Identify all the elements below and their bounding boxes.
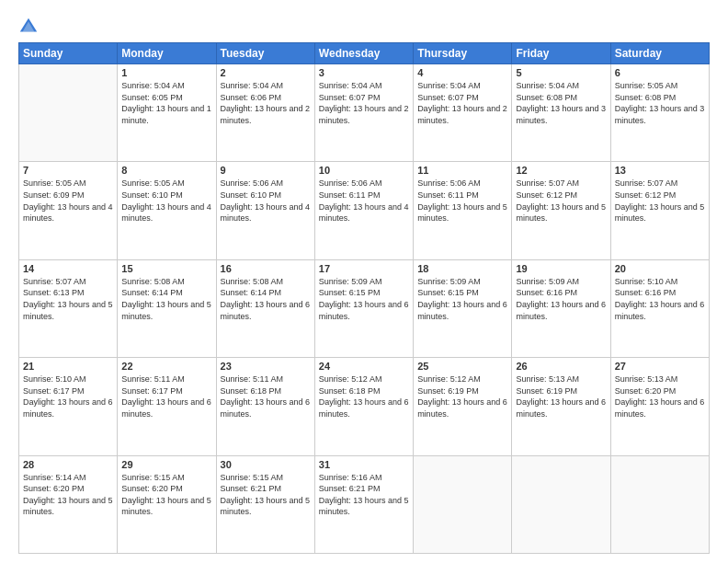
calendar-cell (512, 455, 610, 553)
day-number: 21 (23, 361, 113, 372)
sun-info: Sunrise: 5:07 AMSunset: 6:13 PMDaylight:… (23, 276, 113, 322)
calendar-cell: 23Sunrise: 5:11 AMSunset: 6:18 PMDayligh… (216, 358, 314, 455)
calendar-cell: 14Sunrise: 5:07 AMSunset: 6:13 PMDayligh… (19, 259, 118, 357)
day-number: 30 (221, 459, 311, 470)
day-number: 24 (319, 361, 409, 372)
calendar-cell: 16Sunrise: 5:08 AMSunset: 6:14 PMDayligh… (216, 259, 314, 357)
weekday-header-friday: Friday (512, 43, 610, 64)
day-number: 28 (23, 459, 113, 470)
calendar-cell: 21Sunrise: 5:10 AMSunset: 6:17 PMDayligh… (19, 358, 118, 455)
sun-info: Sunrise: 5:12 AMSunset: 6:19 PMDaylight:… (417, 373, 507, 419)
weekday-header-sunday: Sunday (19, 43, 118, 64)
calendar-cell: 30Sunrise: 5:15 AMSunset: 6:21 PMDayligh… (216, 455, 314, 553)
calendar-week-3: 14Sunrise: 5:07 AMSunset: 6:13 PMDayligh… (19, 259, 710, 357)
day-number: 9 (221, 165, 311, 176)
sun-info: Sunrise: 5:07 AMSunset: 6:12 PMDaylight:… (615, 178, 705, 224)
weekday-header-wednesday: Wednesday (314, 43, 413, 64)
calendar-cell: 24Sunrise: 5:12 AMSunset: 6:18 PMDayligh… (314, 358, 413, 455)
calendar-cell: 4Sunrise: 5:04 AMSunset: 6:07 PMDaylight… (414, 64, 512, 162)
calendar-cell: 12Sunrise: 5:07 AMSunset: 6:12 PMDayligh… (512, 162, 610, 259)
day-number: 22 (121, 361, 211, 372)
day-number: 15 (121, 263, 211, 274)
day-number: 16 (221, 263, 311, 274)
day-number: 25 (417, 361, 507, 372)
calendar-cell: 26Sunrise: 5:13 AMSunset: 6:19 PMDayligh… (512, 358, 610, 455)
sun-info: Sunrise: 5:08 AMSunset: 6:14 PMDaylight:… (221, 276, 311, 322)
calendar-cell: 2Sunrise: 5:04 AMSunset: 6:06 PMDaylight… (216, 64, 314, 162)
calendar-cell: 18Sunrise: 5:09 AMSunset: 6:15 PMDayligh… (414, 259, 512, 357)
sun-info: Sunrise: 5:13 AMSunset: 6:19 PMDaylight:… (516, 373, 606, 419)
day-number: 19 (516, 263, 606, 274)
calendar-cell: 15Sunrise: 5:08 AMSunset: 6:14 PMDayligh… (118, 259, 216, 357)
header (18, 17, 710, 37)
weekday-header-tuesday: Tuesday (216, 43, 314, 64)
calendar-cell: 5Sunrise: 5:04 AMSunset: 6:08 PMDaylight… (512, 64, 610, 162)
sun-info: Sunrise: 5:15 AMSunset: 6:20 PMDaylight:… (121, 472, 211, 518)
sun-info: Sunrise: 5:06 AMSunset: 6:11 PMDaylight:… (319, 178, 409, 224)
sun-info: Sunrise: 5:04 AMSunset: 6:05 PMDaylight:… (121, 80, 211, 126)
sun-info: Sunrise: 5:05 AMSunset: 6:09 PMDaylight:… (23, 178, 113, 224)
day-number: 23 (221, 361, 311, 372)
calendar-cell: 27Sunrise: 5:13 AMSunset: 6:20 PMDayligh… (610, 358, 709, 455)
calendar-cell: 6Sunrise: 5:05 AMSunset: 6:08 PMDaylight… (610, 64, 709, 162)
sun-info: Sunrise: 5:07 AMSunset: 6:12 PMDaylight:… (516, 178, 606, 224)
calendar-week-5: 28Sunrise: 5:14 AMSunset: 6:20 PMDayligh… (19, 455, 710, 553)
sun-info: Sunrise: 5:06 AMSunset: 6:11 PMDaylight:… (417, 178, 507, 224)
sun-info: Sunrise: 5:08 AMSunset: 6:14 PMDaylight:… (121, 276, 211, 322)
logo-icon (18, 17, 39, 37)
logo (18, 17, 42, 37)
calendar-cell: 25Sunrise: 5:12 AMSunset: 6:19 PMDayligh… (414, 358, 512, 455)
sun-info: Sunrise: 5:14 AMSunset: 6:20 PMDaylight:… (23, 472, 113, 518)
sun-info: Sunrise: 5:10 AMSunset: 6:17 PMDaylight:… (23, 373, 113, 419)
sun-info: Sunrise: 5:05 AMSunset: 6:10 PMDaylight:… (121, 178, 211, 224)
day-number: 12 (516, 165, 606, 176)
day-number: 31 (319, 459, 409, 470)
sun-info: Sunrise: 5:04 AMSunset: 6:07 PMDaylight:… (417, 80, 507, 126)
day-number: 1 (121, 67, 211, 78)
weekday-header-thursday: Thursday (414, 43, 512, 64)
sun-info: Sunrise: 5:11 AMSunset: 6:17 PMDaylight:… (121, 373, 211, 419)
calendar-cell: 29Sunrise: 5:15 AMSunset: 6:20 PMDayligh… (118, 455, 216, 553)
calendar-cell: 1Sunrise: 5:04 AMSunset: 6:05 PMDaylight… (118, 64, 216, 162)
sun-info: Sunrise: 5:09 AMSunset: 6:15 PMDaylight:… (319, 276, 409, 322)
day-number: 20 (615, 263, 705, 274)
day-number: 4 (417, 67, 507, 78)
calendar-cell: 31Sunrise: 5:16 AMSunset: 6:21 PMDayligh… (314, 455, 413, 553)
calendar-cell: 17Sunrise: 5:09 AMSunset: 6:15 PMDayligh… (314, 259, 413, 357)
calendar-cell: 20Sunrise: 5:10 AMSunset: 6:16 PMDayligh… (610, 259, 709, 357)
day-number: 13 (615, 165, 705, 176)
sun-info: Sunrise: 5:05 AMSunset: 6:08 PMDaylight:… (615, 80, 705, 126)
calendar-cell: 3Sunrise: 5:04 AMSunset: 6:07 PMDaylight… (314, 64, 413, 162)
sun-info: Sunrise: 5:09 AMSunset: 6:16 PMDaylight:… (516, 276, 606, 322)
calendar-cell: 7Sunrise: 5:05 AMSunset: 6:09 PMDaylight… (19, 162, 118, 259)
day-number: 11 (417, 165, 507, 176)
calendar-cell: 28Sunrise: 5:14 AMSunset: 6:20 PMDayligh… (19, 455, 118, 553)
calendar-week-2: 7Sunrise: 5:05 AMSunset: 6:09 PMDaylight… (19, 162, 710, 259)
calendar-cell: 13Sunrise: 5:07 AMSunset: 6:12 PMDayligh… (610, 162, 709, 259)
day-number: 26 (516, 361, 606, 372)
day-number: 29 (121, 459, 211, 470)
day-number: 5 (516, 67, 606, 78)
sun-info: Sunrise: 5:13 AMSunset: 6:20 PMDaylight:… (615, 373, 705, 419)
calendar-cell (414, 455, 512, 553)
day-number: 17 (319, 263, 409, 274)
day-number: 14 (23, 263, 113, 274)
sun-info: Sunrise: 5:15 AMSunset: 6:21 PMDaylight:… (221, 472, 311, 518)
calendar-table: SundayMondayTuesdayWednesdayThursdayFrid… (18, 42, 710, 554)
weekday-header-monday: Monday (118, 43, 216, 64)
day-number: 2 (221, 67, 311, 78)
sun-info: Sunrise: 5:04 AMSunset: 6:08 PMDaylight:… (516, 80, 606, 126)
calendar-cell: 19Sunrise: 5:09 AMSunset: 6:16 PMDayligh… (512, 259, 610, 357)
calendar-cell (19, 64, 118, 162)
sun-info: Sunrise: 5:04 AMSunset: 6:06 PMDaylight:… (221, 80, 311, 126)
sun-info: Sunrise: 5:12 AMSunset: 6:18 PMDaylight:… (319, 373, 409, 419)
sun-info: Sunrise: 5:06 AMSunset: 6:10 PMDaylight:… (221, 178, 311, 224)
page: SundayMondayTuesdayWednesdayThursdayFrid… (0, 0, 728, 563)
day-number: 18 (417, 263, 507, 274)
calendar-cell: 9Sunrise: 5:06 AMSunset: 6:10 PMDaylight… (216, 162, 314, 259)
day-number: 7 (23, 165, 113, 176)
day-number: 6 (615, 67, 705, 78)
calendar-cell: 22Sunrise: 5:11 AMSunset: 6:17 PMDayligh… (118, 358, 216, 455)
calendar-week-4: 21Sunrise: 5:10 AMSunset: 6:17 PMDayligh… (19, 358, 710, 455)
calendar-cell: 8Sunrise: 5:05 AMSunset: 6:10 PMDaylight… (118, 162, 216, 259)
